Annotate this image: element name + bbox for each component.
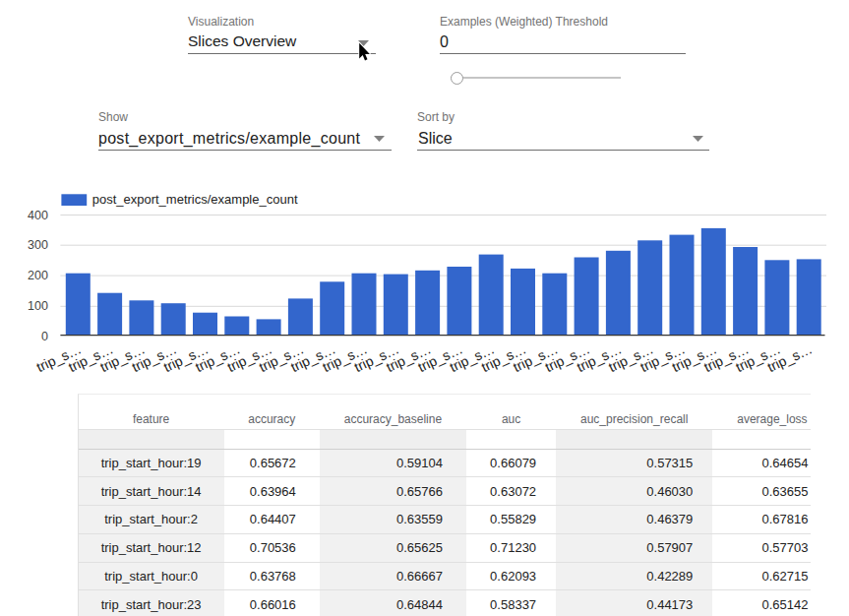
- svg-text:300: 300: [28, 238, 48, 252]
- svg-text:200: 200: [28, 269, 48, 282]
- svg-text:100: 100: [28, 299, 48, 313]
- svg-text:0: 0: [41, 330, 48, 343]
- svg-text:post_export_metrics/example_co: post_export_metrics/example_count: [92, 192, 298, 207]
- svg-text:400: 400: [28, 209, 48, 222]
